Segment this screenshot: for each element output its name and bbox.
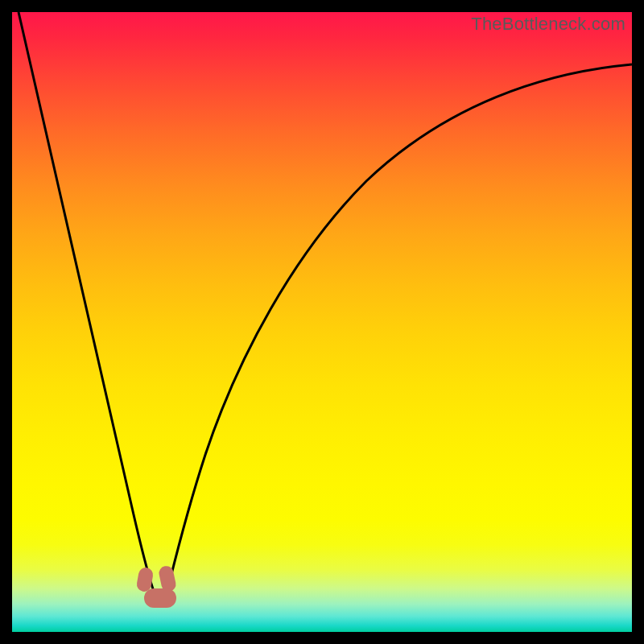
curve-layer — [12, 12, 632, 632]
min-marker-base — [144, 588, 176, 608]
plot-area: TheBottleneck.com — [12, 12, 632, 632]
left-curve — [19, 12, 157, 600]
right-curve — [165, 64, 632, 600]
chart-frame: TheBottleneck.com — [0, 0, 644, 644]
